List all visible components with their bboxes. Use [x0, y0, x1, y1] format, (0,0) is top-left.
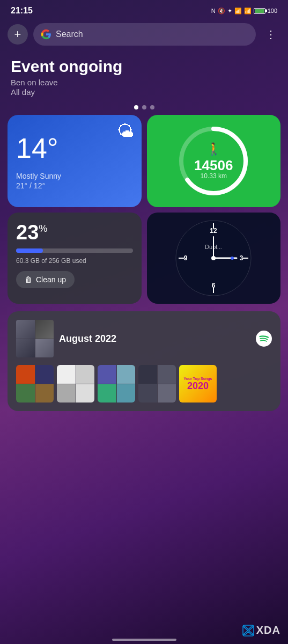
album-cell-1 [16, 320, 35, 339]
storage-label: 60.3 GB of 256 GB used [16, 257, 133, 265]
at-cell [98, 384, 116, 403]
storage-bar-bg [16, 248, 133, 253]
clock-widget[interactable]: 12 3 6 9 Dubl... [147, 213, 281, 304]
svg-point-15 [231, 257, 234, 260]
at-cell [35, 384, 54, 403]
page-dots [0, 100, 288, 113]
status-icons: N 🔇 ✦ 📶 📶 100 [211, 8, 277, 14]
steps-km: 10.33 km [201, 172, 227, 180]
search-placeholder: Search [56, 30, 83, 39]
spotify-widget[interactable]: August 2022 [8, 311, 280, 411]
at-cell [16, 365, 35, 384]
at-cell [117, 384, 136, 403]
xda-watermark: XDA [242, 624, 280, 636]
steps-content: 🚶 14506 10.33 km [194, 142, 233, 180]
status-time: 21:15 [11, 6, 33, 16]
at-cell [57, 365, 76, 384]
album-thumb-1[interactable] [16, 365, 54, 402]
spotify-icon [256, 331, 272, 347]
nfc-icon: N [211, 8, 216, 14]
bluetooth-icon: ✦ [227, 8, 232, 14]
album-cell-3 [16, 339, 35, 358]
at-cell [138, 365, 157, 384]
svg-point-14 [211, 256, 216, 260]
spotify-left: August 2022 [16, 320, 116, 357]
album-thumb-4[interactable] [138, 365, 176, 402]
dot-1[interactable] [134, 105, 138, 109]
storage-percent-container: 23% [16, 221, 133, 244]
spotify-month: August 2022 [59, 333, 116, 345]
walker-icon: 🚶 [206, 142, 221, 156]
storage-bar-fill [16, 248, 43, 253]
add-button[interactable]: + [8, 24, 28, 45]
top-2020-inner: Your Top Songs 2020 [179, 365, 217, 402]
xda-text: XDA [256, 624, 280, 636]
steps-widget[interactable]: 🚶 14506 10.33 km [147, 115, 281, 207]
mute-icon: 🔇 [218, 8, 225, 14]
album-cell-2 [35, 320, 54, 339]
top-2020-thumb[interactable]: Your Top Songs 2020 [179, 365, 217, 402]
weather-temp: 14° [16, 134, 133, 162]
search-row: + Search ⋮ [0, 19, 288, 49]
at-cell [57, 384, 76, 403]
battery-level: 100 [268, 8, 277, 14]
at-cell [76, 384, 95, 403]
dot-2[interactable] [142, 105, 146, 109]
wifi-icon: 📶 [234, 8, 242, 14]
sun-icon: 🌤 [117, 121, 134, 141]
signal-icon: 📶 [244, 8, 252, 14]
google-icon [41, 29, 51, 40]
nav-line [112, 639, 176, 641]
svg-text:9: 9 [184, 254, 188, 262]
storage-percent: 23% [16, 221, 47, 244]
steps-count: 14506 [194, 158, 233, 172]
weather-description: Mostly Sunny [16, 172, 133, 180]
battery-icon [254, 8, 265, 14]
event-subtitle: Ben on leave [11, 78, 277, 87]
svg-text:3: 3 [240, 254, 243, 262]
album-collage-header [16, 320, 54, 357]
at-cell [35, 365, 54, 384]
at-cell [117, 365, 136, 384]
status-bar: 21:15 N 🔇 ✦ 📶 📶 100 [0, 0, 288, 19]
at-cell [158, 384, 176, 403]
steps-ring: 🚶 14506 10.33 km [176, 123, 251, 199]
at-cell [16, 384, 35, 403]
album-thumb-3[interactable] [98, 365, 135, 402]
dot-3[interactable] [150, 105, 154, 109]
album-row: Your Top Songs 2020 [16, 365, 272, 402]
storage-widget[interactable]: 23% 60.3 GB of 256 GB used 🗑 Clean up [8, 213, 142, 304]
event-section: Event ongoing Ben on leave All day [0, 49, 288, 100]
event-allday: All day [11, 87, 277, 97]
spotify-header: August 2022 [16, 320, 272, 357]
album-thumb-2[interactable] [57, 365, 94, 402]
clock-svg: 12 3 6 9 Dubl... [173, 218, 254, 298]
at-cell [98, 365, 116, 384]
widget-grid: 🌤 14° Mostly Sunny 21° / 12° 🚶 14506 10.… [0, 113, 288, 306]
at-cell [158, 365, 176, 384]
svg-text:12: 12 [210, 227, 218, 235]
clock-face: 12 3 6 9 Dubl... [173, 218, 254, 298]
cleanup-button[interactable]: 🗑 Clean up [16, 271, 75, 288]
search-bar[interactable]: Search [33, 23, 256, 46]
cleanup-icon: 🗑 [25, 275, 32, 284]
svg-text:6: 6 [212, 282, 216, 289]
weather-range: 21° / 12° [16, 181, 133, 190]
more-button[interactable]: ⋮ [261, 25, 280, 44]
top-2020-year: 2020 [187, 381, 209, 391]
at-cell [76, 365, 95, 384]
weather-widget[interactable]: 🌤 14° Mostly Sunny 21° / 12° [8, 115, 142, 207]
event-title: Event ongoing [11, 57, 277, 76]
album-cell-4 [35, 339, 54, 358]
cleanup-label: Clean up [36, 275, 66, 284]
xda-logo-icon [242, 625, 254, 636]
at-cell [138, 384, 157, 403]
